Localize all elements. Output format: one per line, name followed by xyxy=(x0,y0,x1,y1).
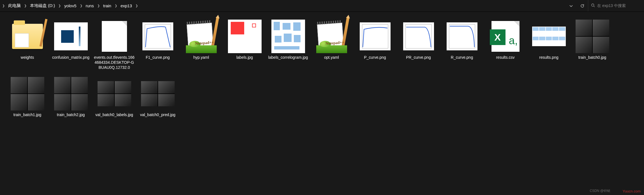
file-item[interactable]: weights xyxy=(6,18,49,71)
image-thumbnail xyxy=(98,81,131,106)
file-item[interactable]: P_curve.png xyxy=(353,18,397,71)
chevron-right-icon[interactable]: ❯ xyxy=(1,4,6,8)
file-item[interactable]: labels_correlogram.jpg xyxy=(266,18,310,71)
chevron-right-icon[interactable]: ❯ xyxy=(134,4,139,8)
file-label: train_batch0.jpg xyxy=(578,55,606,60)
breadcrumb-item[interactable]: exp13 xyxy=(118,0,134,11)
file-item[interactable]: events.out.tfevents.1664684334.DESKTOP-G… xyxy=(93,18,136,71)
file-label: weights xyxy=(21,55,34,60)
image-thumbnail xyxy=(403,22,434,50)
svg-rect-5 xyxy=(449,24,475,48)
file-label: labels_correlogram.jpg xyxy=(268,55,308,60)
file-item[interactable]: results.png xyxy=(527,18,571,71)
chevron-right-icon[interactable]: ❯ xyxy=(96,4,101,8)
file-label: val_batch0_labels.jpg xyxy=(95,112,133,117)
file-label: val_batch0_pred.jpg xyxy=(140,112,175,117)
file-item[interactable]: labels.jpg xyxy=(223,18,266,71)
file-grid: weightsconfusion_matrix.pngevents.out.tf… xyxy=(0,12,644,130)
watermark: Yuucn.com xyxy=(623,189,641,193)
yaml-icon: Notepad++ xyxy=(316,20,347,53)
file-label: results.csv xyxy=(496,55,514,60)
file-item[interactable]: Notepad++hyp.yaml xyxy=(179,18,223,71)
csv-icon: Xa, xyxy=(491,21,520,52)
file-item[interactable]: Xa,results.csv xyxy=(484,18,527,71)
breadcrumb-item[interactable]: 本地磁盘 (D:) xyxy=(28,0,57,11)
file-label: train_batch1.jpg xyxy=(13,112,41,117)
svg-rect-4 xyxy=(405,24,431,48)
chevron-right-icon[interactable]: ❯ xyxy=(23,4,28,8)
svg-rect-2 xyxy=(145,24,170,48)
image-thumbnail xyxy=(11,77,44,111)
file-item[interactable]: PR_curve.png xyxy=(397,18,440,71)
image-thumbnail xyxy=(228,20,262,53)
file-label: labels.jpg xyxy=(236,55,253,60)
file-item[interactable]: train_batch2.jpg xyxy=(49,76,93,118)
file-item[interactable]: confusion_matrix.png xyxy=(49,18,93,71)
image-thumbnail xyxy=(447,22,477,50)
watermark-sub: CSDN @锌铱 xyxy=(590,189,610,193)
file-label: hyp.yaml xyxy=(193,55,209,60)
address-bar: ❯ 此电脑 ❯ 本地磁盘 (D:) ❯ yolov5 ❯ runs ❯ trai… xyxy=(0,0,644,12)
image-thumbnail xyxy=(360,22,391,50)
file-item[interactable]: train_batch1.jpg xyxy=(6,76,49,118)
file-label: R_curve.png xyxy=(451,55,473,60)
breadcrumb-item[interactable]: train xyxy=(101,0,114,11)
file-item[interactable]: train_batch0.jpg xyxy=(571,18,614,71)
file-label: confusion_matrix.png xyxy=(52,55,89,60)
file-label: PR_curve.png xyxy=(406,55,431,60)
svg-line-1 xyxy=(594,6,595,7)
file-label: events.out.tfevents.1664684334.DESKTOP-G… xyxy=(94,55,135,70)
folder-icon xyxy=(12,24,43,49)
file-item[interactable]: R_curve.png xyxy=(440,18,484,71)
file-label: opt.yaml xyxy=(324,55,339,60)
file-item[interactable]: Notepad++opt.yaml xyxy=(310,18,353,71)
image-thumbnail xyxy=(576,20,609,53)
image-thumbnail xyxy=(141,81,175,106)
file-label: P_curve.png xyxy=(364,55,386,60)
file-item[interactable]: val_batch0_pred.jpg xyxy=(136,76,179,118)
breadcrumb-item[interactable]: 此电脑 xyxy=(6,0,23,11)
image-thumbnail xyxy=(54,22,88,50)
yaml-icon: Notepad++ xyxy=(186,20,217,53)
refresh-button[interactable] xyxy=(577,0,588,11)
breadcrumb: ❯ 此电脑 ❯ 本地磁盘 (D:) ❯ yolov5 ❯ runs ❯ trai… xyxy=(0,0,565,11)
recent-locations-button[interactable] xyxy=(565,0,577,11)
file-label: results.png xyxy=(539,55,558,60)
search-icon xyxy=(591,3,595,8)
file-label: F1_curve.png xyxy=(146,55,170,60)
image-thumbnail xyxy=(271,20,305,53)
chevron-right-icon[interactable]: ❯ xyxy=(57,4,62,8)
file-label: train_batch2.jpg xyxy=(57,112,85,117)
image-thumbnail xyxy=(532,27,566,46)
image-thumbnail xyxy=(54,77,88,111)
svg-rect-3 xyxy=(362,24,388,48)
file-item[interactable]: val_batch0_labels.jpg xyxy=(93,76,136,118)
file-item[interactable]: F1_curve.png xyxy=(136,18,179,71)
image-thumbnail xyxy=(142,22,173,50)
breadcrumb-item[interactable]: runs xyxy=(84,0,96,11)
search-input[interactable]: 在 exp13 中搜索 xyxy=(588,0,644,11)
chevron-right-icon[interactable]: ❯ xyxy=(114,4,118,8)
search-placeholder: 在 exp13 中搜索 xyxy=(597,3,626,8)
breadcrumb-item[interactable]: yolov5 xyxy=(62,0,79,11)
svg-point-0 xyxy=(592,4,594,6)
chevron-right-icon[interactable]: ❯ xyxy=(79,4,84,8)
file-icon xyxy=(102,21,127,52)
